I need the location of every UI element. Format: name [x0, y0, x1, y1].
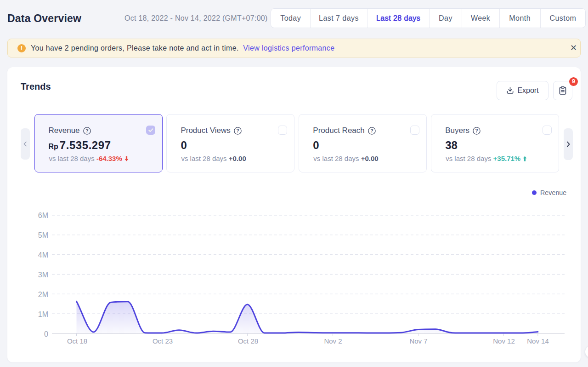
svg-text:?: ? [475, 128, 478, 133]
svg-text:?: ? [370, 128, 373, 133]
svg-text:?: ? [236, 128, 239, 133]
svg-text:?: ? [85, 128, 88, 133]
